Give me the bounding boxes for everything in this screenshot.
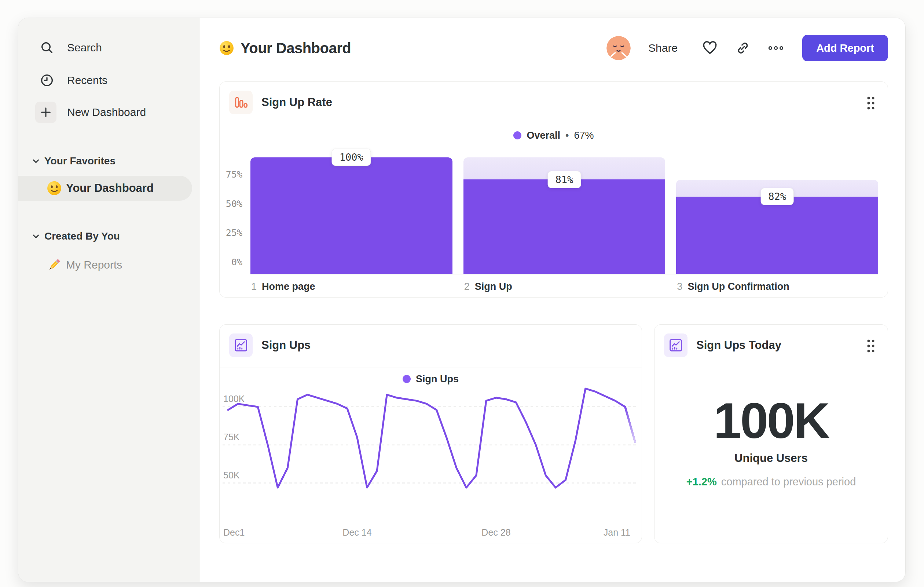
section-title: Created By You [45, 230, 120, 242]
smiley-emoji-icon [219, 41, 234, 55]
sidebar-item-label: Search [67, 41, 102, 54]
card-title: Sign Ups [261, 325, 310, 366]
line-x-tick-label: Dec 28 [482, 527, 510, 538]
funnel-bar-converted [464, 179, 665, 274]
more-options-icon[interactable] [764, 36, 788, 60]
search-icon [35, 36, 59, 60]
header-actions: Share [606, 35, 888, 61]
line-x-tick-label: Jan 11 [604, 527, 630, 538]
card-title: Sign Ups Today [696, 325, 781, 366]
funnel-step-column[interactable]: 81%2Sign Up [464, 157, 665, 274]
chevron-down-icon [31, 157, 40, 165]
metric-value: 100K [655, 393, 888, 448]
legend-label: Overall [526, 130, 560, 141]
funnel-chart: 100%1Home page81%2Sign Up82%3Sign Up Con… [251, 157, 878, 274]
sidebar-section-favorites[interactable]: Your Favorites [18, 151, 200, 171]
sidebar: Search Recents New D [18, 18, 200, 582]
funnel-bar-converted [251, 157, 452, 274]
line-y-tick-label: 50K [223, 470, 240, 480]
plus-icon [34, 101, 58, 124]
card-header: Sign Ups [219, 325, 642, 366]
funnel-bar[interactable] [251, 157, 452, 274]
funnel-y-axis: 75%50%25%0% [226, 157, 243, 274]
metric-label: Unique Users [655, 451, 888, 465]
divider [219, 123, 888, 123]
card-sign-ups-today: Sign Ups Today 100K Unique Users +1.2%co… [654, 324, 888, 543]
sidebar-item-label: My Reports [66, 259, 122, 271]
page-title: Your Dashboard [241, 40, 351, 56]
funnel-step-column[interactable]: 82%3Sign Up Confirmation [676, 157, 878, 274]
sidebar-section-created-by-you[interactable]: Created By You [18, 226, 200, 246]
screen: Search Recents New D [0, 0, 924, 587]
line-y-tick-label: 75K [223, 432, 240, 442]
funnel-y-tick-label: 0% [226, 257, 243, 268]
sidebar-item-new-dashboard[interactable]: New Dashboard [18, 99, 200, 126]
funnel-step-label: 3Sign Up Confirmation [677, 281, 789, 293]
funnel-step-label: 2Sign Up [464, 281, 512, 293]
page-header: Your Dashboard Share [219, 33, 888, 63]
funnel-chart-icon [229, 91, 252, 114]
app-window: Search Recents New D [18, 18, 906, 582]
funnel-legend: Overall • 67% [219, 125, 888, 146]
line-chart-icon [229, 334, 252, 357]
funnel-step-column[interactable]: 100%1Home page [251, 157, 452, 274]
pencil-emoji-icon [47, 258, 62, 272]
drag-handle-icon[interactable] [863, 338, 878, 354]
funnel-bar-converted [676, 197, 878, 274]
funnel-step-label: 1Home page [251, 281, 315, 293]
sign-ups-series-line [228, 389, 635, 488]
sign-ups-series-fade-end [625, 407, 635, 442]
funnel-value-chip: 82% [761, 188, 794, 205]
card-title: Sign Up Rate [261, 82, 332, 123]
sidebar-item-recents[interactable]: Recents [18, 67, 200, 94]
copy-link-icon[interactable] [731, 36, 755, 60]
funnel-y-tick-label: 25% [226, 227, 243, 238]
sidebar-item-label: New Dashboard [67, 106, 146, 119]
sign-ups-line-chart[interactable]: 100K75K50K [223, 382, 638, 518]
card-sign-up-rate: Sign Up Rate Overall • 67% [219, 81, 888, 298]
line-x-tick-label: Dec1 [223, 527, 244, 538]
line-x-tick-label: Dec 14 [342, 527, 371, 538]
sidebar-item-my-reports[interactable]: My Reports [18, 253, 200, 277]
legend-value: 67% [574, 130, 594, 141]
metric-delta: +1.2%compared to previous period [655, 476, 888, 488]
smiley-emoji-icon [47, 181, 62, 195]
card-header: Sign Ups Today [655, 325, 888, 366]
legend-separator: • [565, 130, 569, 141]
funnel-y-tick-label: 75% [226, 169, 243, 180]
sidebar-item-your-dashboard[interactable]: Your Dashboard [18, 176, 192, 201]
sidebar-item-label: Your Dashboard [66, 182, 153, 195]
delta-value: +1.2% [686, 476, 717, 488]
chevron-down-icon [31, 232, 40, 241]
main-content: Your Dashboard Share [200, 18, 906, 582]
card-sign-ups: Sign Ups Sign Ups 100K75K50K Dec1Dec 14D… [219, 324, 642, 543]
avatar[interactable] [606, 36, 631, 60]
add-report-button[interactable]: Add Report [802, 35, 888, 61]
sidebar-item-search[interactable]: Search [18, 35, 200, 61]
section-title: Your Favorites [45, 155, 116, 167]
funnel-value-chip: 81% [548, 171, 581, 188]
sidebar-item-label: Recents [67, 74, 107, 87]
legend-dot [403, 375, 411, 383]
line-y-tick-label: 100K [223, 394, 245, 404]
share-button[interactable]: Share [648, 42, 678, 54]
delta-note: compared to previous period [721, 476, 856, 488]
funnel-y-tick-label: 50% [226, 198, 243, 210]
funnel-value-chip: 100% [332, 149, 371, 166]
legend-dot [513, 131, 521, 139]
card-header: Sign Up Rate [219, 82, 888, 123]
favorite-heart-icon[interactable] [698, 36, 722, 60]
clock-icon [35, 69, 59, 92]
drag-handle-icon[interactable] [863, 95, 878, 111]
line-chart-icon [664, 334, 688, 357]
